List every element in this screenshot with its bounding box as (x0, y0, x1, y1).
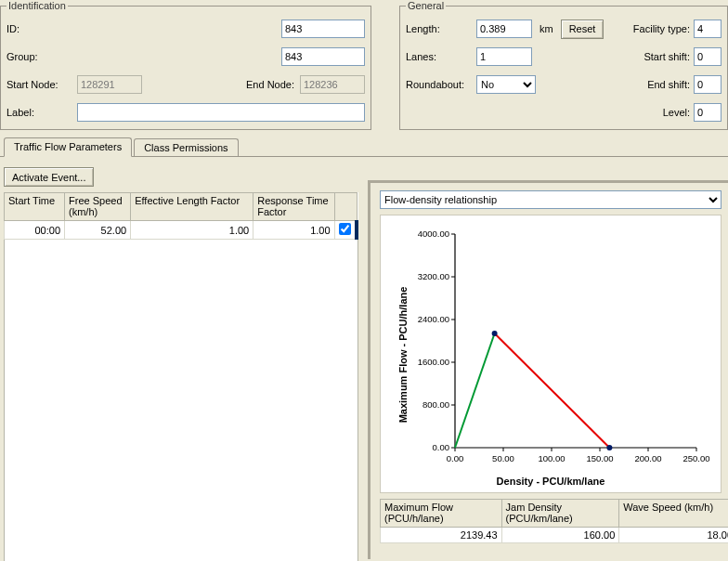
facility-field[interactable] (694, 20, 722, 38)
label-label: Label: (6, 107, 77, 118)
lanes-field[interactable] (476, 47, 532, 66)
flow-density-chart: 0.00 800.00 1600.00 2400.00 3200.00 4000… (380, 215, 722, 493)
reset-button[interactable]: Reset (561, 20, 604, 39)
ytick-5: 4000.00 (418, 228, 449, 239)
chart-ylabel: Maximum Flow - PCU/h/lane (397, 253, 409, 457)
xtick-5: 250.00 (682, 453, 709, 463)
chart-type-select[interactable]: Flow-density relationship (380, 190, 722, 209)
xtick-0: 0.00 (447, 453, 464, 463)
grid-empty-area (4, 240, 358, 561)
left-panel: Activate Event... Start Time Free Speed … (4, 163, 358, 557)
cell-free-speed[interactable]: 52.00 (65, 221, 131, 240)
tab-traffic-flow[interactable]: Traffic Flow Parameters (4, 137, 132, 157)
xtick-2: 100.00 (538, 453, 565, 463)
cell-max-flow[interactable]: 2139.43 (381, 528, 502, 543)
roundabout-label: Roundabout: (406, 79, 476, 90)
length-field[interactable] (476, 20, 532, 38)
lanes-label: Lanes: (406, 51, 476, 62)
xtick-3: 150.00 (586, 453, 613, 463)
roundabout-select[interactable]: No (476, 75, 536, 94)
col-jam-dens[interactable]: Jam Density (PCU/km/lane) (501, 500, 619, 528)
marker-peak (492, 331, 498, 336)
xtick-1: 50.00 (492, 453, 514, 463)
params-row[interactable]: 00:00 52.00 1.00 1.00 (5, 221, 358, 240)
level-label: Level: (663, 107, 690, 118)
ytick-4: 3200.00 (418, 271, 449, 281)
identification-legend: Identification (6, 0, 68, 11)
start-node-label: Start Node: (6, 79, 77, 90)
summary-table[interactable]: Maximum Flow (PCU/h/lane) Jam Density (P… (380, 499, 728, 543)
chart-xlabel: Density - PCU/km/lane (381, 476, 721, 487)
cell-jam-dens[interactable]: 160.00 (501, 528, 619, 543)
series-congested (495, 333, 610, 448)
summary-row[interactable]: 2139.43 160.00 18.00 (381, 528, 729, 543)
facility-label: Facility type: (633, 23, 690, 34)
identification-group: Identification ID: Group: Start Node: En… (0, 0, 371, 130)
ytick-3: 2400.00 (418, 314, 449, 324)
end-shift-label: End shift: (647, 79, 690, 90)
end-node-field (300, 75, 365, 94)
length-unit: km (540, 23, 553, 34)
id-field[interactable] (281, 20, 365, 38)
tab-class-permissions[interactable]: Class Permissions (134, 138, 238, 157)
ytick-1: 800.00 (422, 399, 449, 410)
start-shift-label: Start shift: (644, 51, 690, 62)
ytick-0: 0.00 (433, 442, 450, 452)
cell-response[interactable]: 1.00 (254, 221, 334, 240)
start-shift-field[interactable] (694, 47, 722, 66)
id-label: ID: (6, 23, 77, 34)
tab-strip: Traffic Flow Parameters Class Permission… (4, 137, 240, 157)
xtick-4: 200.00 (634, 453, 661, 463)
col-response[interactable]: Response Time Factor (254, 193, 334, 221)
col-check[interactable] (334, 193, 357, 221)
col-max-flow[interactable]: Maximum Flow (PCU/h/lane) (381, 500, 502, 528)
params-grid[interactable]: Start Time Free Speed (km/h) Effective L… (4, 192, 358, 240)
col-wave-speed[interactable]: Wave Speed (km/h) (619, 500, 728, 528)
col-free-speed[interactable]: Free Speed (km/h) (65, 193, 131, 221)
ytick-2: 1600.00 (418, 357, 449, 367)
general-legend: General (406, 0, 446, 11)
level-field[interactable] (694, 103, 722, 122)
cell-wave-speed[interactable]: 18.00 (619, 528, 728, 543)
right-panel: Flow-density relationship 0.00 800.00 16… (368, 163, 728, 561)
group-field[interactable] (281, 47, 365, 66)
label-field[interactable] (77, 103, 365, 122)
row-check[interactable] (339, 223, 351, 235)
col-eff-length[interactable]: Effective Length Factor (131, 193, 254, 221)
marker-jam (606, 445, 612, 450)
start-node-field (77, 75, 142, 94)
end-node-label: End Node: (246, 79, 294, 90)
activate-event-button[interactable]: Activate Event... (4, 167, 94, 187)
group-label: Group: (6, 51, 77, 62)
end-shift-field[interactable] (694, 75, 722, 94)
cell-eff-length[interactable]: 1.00 (131, 221, 254, 240)
length-label: Length: (406, 23, 476, 34)
series-free-flow (455, 333, 495, 448)
col-start-time[interactable]: Start Time (5, 193, 65, 221)
cell-start-time[interactable]: 00:00 (5, 221, 65, 240)
general-group: General Length: km Reset Facility type: … (399, 0, 728, 130)
